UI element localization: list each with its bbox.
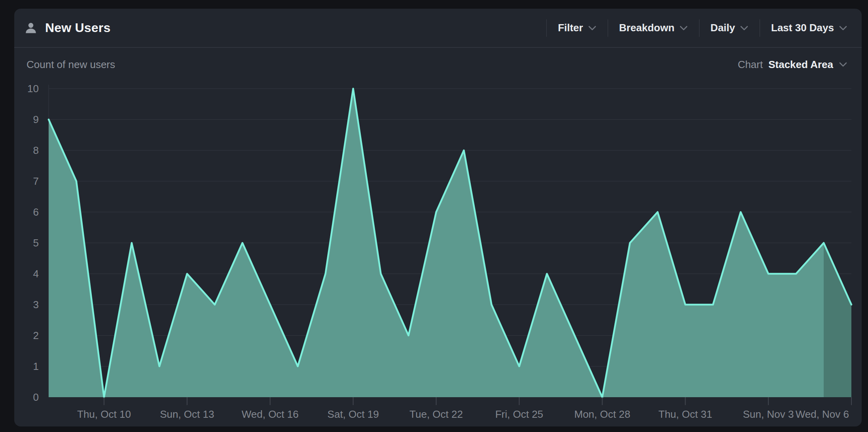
breakdown-dropdown[interactable]: Breakdown bbox=[608, 22, 699, 34]
y-axis-label: 8 bbox=[33, 144, 39, 156]
x-axis-label: Sun, Oct 13 bbox=[160, 408, 214, 420]
chart-type-label: Chart bbox=[738, 59, 763, 71]
chart-toolbar: Count of new users Chart Stacked Area bbox=[14, 48, 862, 81]
new-users-widget: 012345678910Thu, Oct 10Sun, Oct 13Wed, O… bbox=[14, 9, 862, 426]
x-axis-label: Mon, Oct 28 bbox=[574, 408, 630, 420]
y-axis-label: 2 bbox=[33, 330, 39, 341]
x-axis-label: Thu, Oct 10 bbox=[77, 408, 131, 420]
y-axis-label: 1 bbox=[33, 360, 39, 372]
chevron-down-icon bbox=[740, 25, 749, 31]
granularity-dropdown-label: Daily bbox=[711, 22, 735, 34]
metric-label: Count of new users bbox=[27, 59, 115, 71]
widget-header: New Users Filter Breakdown Daily bbox=[14, 9, 862, 48]
chart-type-dropdown[interactable]: Chart Stacked Area bbox=[738, 59, 847, 71]
chevron-down-icon bbox=[588, 25, 597, 31]
x-axis-label: Wed, Oct 16 bbox=[242, 408, 299, 420]
date-range-dropdown-label: Last 30 Days bbox=[771, 22, 834, 34]
chevron-down-icon bbox=[839, 25, 847, 31]
filter-dropdown[interactable]: Filter bbox=[547, 22, 608, 34]
y-axis-label: 9 bbox=[33, 114, 39, 125]
date-range-dropdown[interactable]: Last 30 Days bbox=[760, 22, 847, 34]
header-controls: Filter Breakdown Daily Las bbox=[546, 9, 847, 47]
y-axis-label: 3 bbox=[33, 299, 39, 311]
x-axis-label: Wed, Nov 6 bbox=[796, 408, 849, 420]
person-icon bbox=[24, 21, 38, 35]
y-axis-label: 4 bbox=[33, 268, 39, 280]
x-axis-label: Sun, Nov 3 bbox=[743, 408, 794, 420]
y-axis-label: 6 bbox=[33, 206, 39, 218]
breakdown-dropdown-label: Breakdown bbox=[619, 22, 675, 34]
y-axis-label: 5 bbox=[33, 237, 39, 249]
chevron-down-icon bbox=[679, 25, 688, 31]
granularity-dropdown[interactable]: Daily bbox=[699, 22, 760, 34]
filter-dropdown-label: Filter bbox=[558, 22, 583, 34]
y-axis-label: 7 bbox=[33, 175, 39, 187]
area-fill-partial-period bbox=[824, 243, 851, 397]
y-axis-label: 10 bbox=[27, 83, 39, 95]
y-axis-label: 0 bbox=[33, 391, 39, 403]
chevron-down-icon bbox=[839, 62, 847, 67]
x-axis-label: Tue, Oct 22 bbox=[409, 408, 463, 420]
page-title: New Users bbox=[45, 21, 110, 35]
chart-type-value: Stacked Area bbox=[768, 59, 833, 71]
x-axis-label: Thu, Oct 31 bbox=[658, 408, 712, 420]
x-axis-label: Fri, Oct 25 bbox=[495, 408, 543, 420]
x-axis-label: Sat, Oct 19 bbox=[328, 408, 379, 420]
